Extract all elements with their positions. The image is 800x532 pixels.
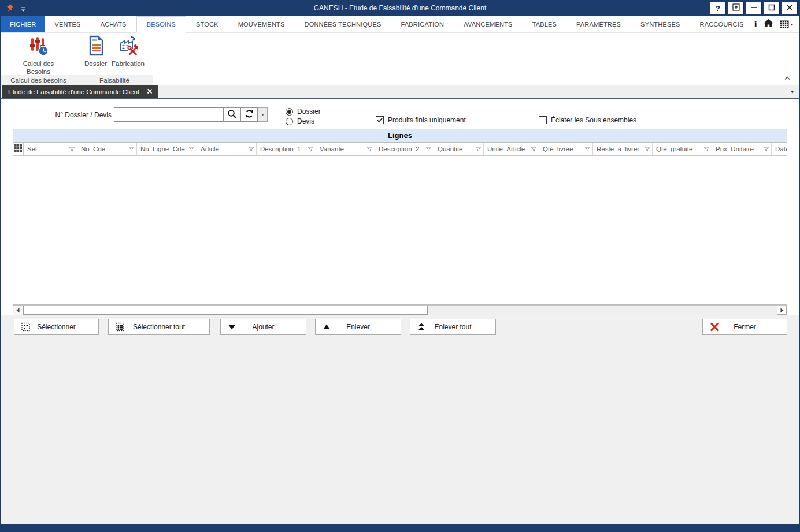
scroll-left-button[interactable] — [13, 306, 23, 315]
ribbon-tab-donnees-techniques[interactable]: DONNÉES TECHNIQUES — [295, 16, 391, 32]
column-label: Prix_Unitaire — [716, 146, 764, 152]
radio-devis-label: Devis — [297, 117, 314, 125]
column-header-no_cde[interactable]: No_Cde — [77, 143, 137, 155]
filter-funnel-icon[interactable] — [69, 147, 76, 152]
close-window-button[interactable] — [782, 2, 798, 14]
column-header-article[interactable]: Article — [197, 143, 257, 155]
filter-funnel-icon[interactable] — [764, 147, 770, 152]
radio-devis[interactable]: Devis — [286, 117, 314, 125]
fermer-button[interactable]: Fermer — [702, 319, 787, 335]
ribbon-group-label: Calcul des besoins — [1, 75, 76, 85]
column-header-quantité[interactable]: Quantité — [434, 143, 484, 155]
ribbon-tab-ventes[interactable]: VENTES — [45, 16, 90, 32]
ribbon-tab-tables[interactable]: TABLES — [523, 16, 567, 32]
filter-funnel-icon[interactable] — [129, 147, 135, 152]
column-header-prix_unitaire[interactable]: Prix_Unitaire — [712, 143, 772, 155]
checkbox-produits-finis[interactable]: Produits finis uniquement — [376, 116, 466, 124]
checkbox-checked-icon[interactable] — [376, 116, 384, 124]
selectionner-tout-button[interactable]: Sélectionner tout — [108, 319, 210, 335]
select-all-corner-button[interactable] — [13, 143, 24, 155]
filter-funnel-icon[interactable] — [308, 147, 314, 152]
refresh-dropdown-button[interactable]: ▾ — [258, 107, 268, 122]
ribbon-tab-achats[interactable]: ACHATS — [91, 16, 136, 32]
ajouter-button[interactable]: Ajouter — [220, 319, 306, 335]
filter-funnel-icon[interactable] — [645, 147, 651, 152]
column-header-date_[interactable]: Date_ — [772, 143, 787, 155]
scrollbar-thumb[interactable] — [23, 306, 428, 315]
filter-funnel-icon[interactable] — [476, 147, 482, 152]
lignes-section-title: Lignes — [13, 129, 787, 142]
column-label: Description_1 — [260, 146, 308, 152]
column-label: Reste_à_livrer — [597, 146, 645, 152]
search-button[interactable] — [223, 107, 240, 122]
column-header-unité_article[interactable]: Unité_Article — [484, 143, 539, 155]
ribbon-tab-fabrication[interactable]: FABRICATION — [391, 16, 454, 32]
column-header-description_1[interactable]: Description_1 — [257, 143, 316, 155]
fermer-label: Fermer — [703, 319, 787, 334]
document-tab[interactable]: Etude de Faisabilité d'une Commande Clie… — [2, 85, 158, 98]
dossier-button[interactable]: Dossier — [84, 34, 107, 75]
checkbox-unchecked-icon[interactable] — [539, 116, 547, 124]
column-header-description_2[interactable]: Description_2 — [375, 143, 434, 155]
filter-funnel-icon[interactable] — [367, 147, 373, 152]
column-header-sel[interactable]: Sel — [24, 143, 77, 155]
checkbox-eclater-sous-ensembles[interactable]: Éclater les Sous ensembles — [539, 116, 636, 124]
ribbon-tab-stock[interactable]: STOCK — [186, 16, 228, 32]
horizontal-scrollbar[interactable] — [13, 305, 787, 315]
ribbon-tab-raccourcis[interactable]: RACCOURCIS — [690, 16, 754, 32]
maximize-button[interactable] — [764, 2, 780, 14]
minimize-button[interactable] — [746, 2, 762, 14]
enlever-tout-label: Enlever tout — [410, 319, 495, 334]
ribbon-tab-syntheses[interactable]: SYNTHÈSES — [631, 16, 690, 32]
document-tab-strip: Etude de Faisabilité d'une Commande Clie… — [1, 85, 799, 99]
column-label: Sel — [27, 146, 69, 152]
selectionner-label: Sélectionner — [14, 319, 98, 334]
refresh-button[interactable] — [240, 107, 258, 122]
ribbon-tab-avancements[interactable]: AVANCEMENTS — [454, 16, 522, 32]
enlever-tout-button[interactable]: Enlever tout — [410, 319, 496, 335]
pin-window-button[interactable] — [728, 2, 744, 14]
filter-funnel-icon[interactable] — [189, 147, 195, 152]
grid-calculator-icon[interactable]: ▾ — [780, 20, 793, 28]
ribbon-group-calcul-des-besoins: Calcul des Besoins Calcul des besoins — [1, 32, 76, 85]
calcul-des-besoins-button[interactable]: Calcul des Besoins — [23, 34, 54, 75]
collapse-ribbon-button[interactable] — [784, 72, 791, 83]
document-tab-label: Etude de Faisabilité d'une Commande Clie… — [8, 88, 139, 95]
selectionner-button[interactable]: Sélectionner — [14, 319, 99, 335]
filter-funnel-icon[interactable] — [531, 147, 538, 152]
column-header-qté_livrée[interactable]: Qté_livrée — [539, 143, 593, 155]
tab-list-dropdown-icon[interactable]: ▾ — [791, 89, 799, 95]
scroll-right-button[interactable] — [777, 306, 787, 315]
ribbon-tab-fichier[interactable]: FICHIER — [1, 16, 45, 32]
filter-funnel-icon[interactable] — [704, 147, 710, 152]
title-bar: GANESH - Etude de Faisabilité d'une Comm… — [0, 0, 800, 16]
column-header-qté_gratuite[interactable]: Qté_gratuite — [653, 143, 712, 155]
column-label: Date_ — [775, 146, 787, 152]
tab-close-icon[interactable] — [147, 88, 153, 95]
filter-funnel-icon[interactable] — [585, 147, 591, 152]
fabrication-button[interactable]: Fabrication — [112, 34, 145, 75]
filter-funnel-icon[interactable] — [426, 147, 432, 152]
radio-devis-circle[interactable] — [286, 118, 293, 125]
lignes-table: SelNo_CdeNo_Ligne_CdeArticleDescription_… — [13, 142, 787, 305]
scrollbar-track[interactable] — [428, 306, 777, 315]
help-button[interactable]: ? — [710, 2, 726, 14]
column-label: Description_2 — [379, 146, 426, 152]
column-header-reste_à_livrer[interactable]: Reste_à_livrer — [593, 143, 653, 155]
radio-dossier-circle[interactable] — [286, 108, 293, 116]
enlever-button[interactable]: Enlever — [315, 319, 401, 335]
ribbon-tab-mouvements[interactable]: MOUVEMENTS — [228, 16, 295, 32]
info-icon[interactable]: i — [754, 20, 757, 29]
dossier-devis-input[interactable] — [114, 107, 223, 122]
quick-access-dropdown-icon[interactable] — [20, 4, 26, 14]
ribbon-tab-besoins[interactable]: BESOINS — [136, 16, 186, 33]
ribbon-tab-parametres[interactable]: PARAMÈTRES — [566, 16, 631, 32]
factory-tools-icon — [117, 35, 138, 58]
table-header-row: SelNo_CdeNo_Ligne_CdeArticleDescription_… — [13, 143, 787, 156]
filter-funnel-icon[interactable] — [249, 147, 255, 152]
checkbox-produits-finis-label: Produits finis uniquement — [388, 116, 466, 124]
radio-dossier[interactable]: Dossier — [286, 107, 321, 116]
column-header-no_ligne_cde[interactable]: No_Ligne_Cde — [137, 143, 197, 155]
home-icon[interactable] — [764, 19, 773, 30]
column-header-variante[interactable]: Variante — [316, 143, 375, 155]
